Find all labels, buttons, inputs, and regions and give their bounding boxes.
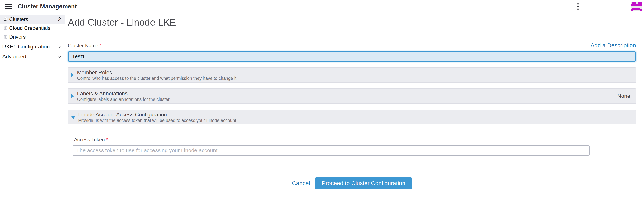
sidebar-item-label: Clusters: [9, 16, 58, 22]
chevron-down-icon: [57, 54, 62, 58]
form-actions: Cancel Proceed to Cluster Configuration: [68, 177, 636, 189]
sidebar-item-label: Drivers: [9, 34, 61, 40]
logo-icon: [630, 1, 642, 11]
caret-right-icon: [71, 73, 74, 77]
proceed-to-cluster-configuration-button[interactable]: Proceed to Cluster Configuration: [315, 177, 412, 189]
caret-right-icon: [71, 94, 74, 98]
globe-icon: [4, 17, 8, 21]
cluster-name-label: Cluster Name*: [68, 43, 102, 49]
main-content: Add Cluster - Linode LKE Cluster Name* A…: [65, 13, 644, 211]
required-asterisk: *: [100, 43, 102, 48]
rancher-pixel-logo[interactable]: [630, 1, 642, 11]
section-member-roles[interactable]: Member Roles Control who has access to t…: [68, 67, 636, 83]
section-linode-access-configuration[interactable]: Linode Account Access Configuration Prov…: [68, 110, 636, 124]
kebab-menu-icon[interactable]: [574, 2, 582, 11]
sidebar-item-drivers[interactable]: Drivers: [0, 32, 65, 41]
hamburger-menu-icon[interactable]: [4, 4, 12, 9]
caret-down-icon: [71, 116, 75, 119]
cancel-button[interactable]: Cancel: [292, 180, 310, 187]
section-value-none: None: [617, 93, 630, 99]
form-title: Add Cluster - Linode LKE: [68, 17, 636, 28]
section-title: Labels & Annotations: [77, 90, 617, 97]
sidebar-group-label: RKE1 Configuration: [2, 44, 58, 50]
sidebar-nav: Clusters 2 Cloud Credentials Drivers RKE…: [0, 13, 65, 211]
globe-icon: [4, 26, 8, 30]
cluster-name-input[interactable]: [68, 51, 636, 62]
add-description-link[interactable]: Add a Description: [590, 42, 636, 49]
section-subtitle: Provide us with the access token that wi…: [78, 118, 630, 123]
sidebar-item-label: Cloud Credentials: [9, 25, 61, 31]
section-title: Member Roles: [77, 69, 630, 76]
section-labels-annotations[interactable]: Labels & Annotations Configure labels an…: [68, 88, 636, 104]
globe-icon: [4, 35, 8, 39]
access-token-label: Access Token*: [74, 137, 628, 143]
sidebar-item-cloud-credentials[interactable]: Cloud Credentials: [0, 24, 65, 32]
page-title: Cluster Management: [18, 3, 77, 10]
sidebar-group-label: Advanced: [2, 54, 58, 60]
required-asterisk: *: [106, 137, 108, 142]
section-subtitle: Configure labels and annotations for the…: [77, 97, 617, 102]
access-token-input[interactable]: [72, 145, 590, 156]
section-subtitle: Control who has access to the cluster an…: [77, 76, 630, 81]
sidebar-item-count: 2: [58, 16, 61, 22]
linode-access-panel-body: Access Token*: [68, 124, 636, 166]
sidebar-group-advanced[interactable]: Advanced: [0, 52, 65, 61]
top-header-bar: Cluster Management: [0, 0, 644, 13]
sidebar-group-rke1-configuration[interactable]: RKE1 Configuration: [0, 42, 65, 51]
chevron-down-icon: [57, 44, 62, 48]
app-window: Cluster Management: [0, 0, 644, 211]
sidebar-item-clusters[interactable]: Clusters 2: [0, 15, 65, 24]
section-title: Linode Account Access Configuration: [78, 111, 630, 118]
